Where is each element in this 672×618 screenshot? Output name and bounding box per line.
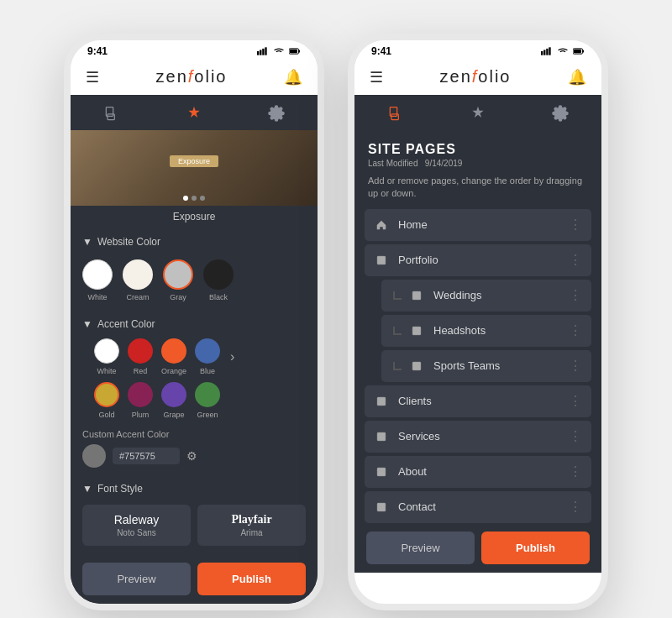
page-menu-sports[interactable]: ⋮: [569, 358, 583, 374]
font-raleway-name: Raleway: [91, 513, 182, 526]
page-menu-about[interactable]: ⋮: [569, 464, 583, 479]
accent-blue[interactable]: Blue: [195, 338, 220, 375]
tab-pages-right[interactable]: [386, 103, 406, 123]
pages-tab-icon: [387, 105, 404, 122]
accent-white[interactable]: White: [94, 338, 119, 375]
publish-button-left[interactable]: Publish: [197, 563, 306, 595]
status-icons-left: [257, 47, 301, 55]
page-menu-services[interactable]: ⋮: [569, 428, 583, 444]
page-menu-headshots[interactable]: ⋮: [569, 322, 583, 338]
app-header-left: ☰ zenfolio 🔔: [71, 60, 318, 95]
svg-rect-22: [412, 291, 420, 299]
page-row-services[interactable]: Services ⋮: [365, 421, 591, 453]
page-name-services: Services: [398, 430, 569, 443]
color-cream[interactable]: Cream: [123, 259, 153, 301]
accent-red[interactable]: Red: [128, 338, 153, 375]
accent-circle-green: [195, 382, 220, 407]
font-cards: Raleway Noto Sans Playfair Arima: [82, 505, 306, 546]
svg-rect-16: [574, 50, 581, 53]
headshots-icon: [408, 322, 425, 339]
gear-icon[interactable]: ⚙: [186, 449, 197, 463]
status-bar-right: 9:41: [354, 40, 601, 60]
hex-input[interactable]: [113, 448, 180, 464]
font-style-arrow: ▼: [82, 483, 92, 495]
page-name-weddings: Weddings: [433, 289, 569, 301]
clients-icon: [373, 393, 390, 410]
contact-icon: [373, 499, 390, 516]
accent-green[interactable]: Green: [195, 382, 220, 419]
font-raleway[interactable]: Raleway Noto Sans: [82, 505, 191, 546]
page-row-portfolio[interactable]: Portfolio ⋮: [365, 244, 591, 276]
accent-chevron[interactable]: ›: [230, 349, 234, 364]
tab-pages-left[interactable]: [102, 103, 122, 123]
color-circle-black: [203, 259, 234, 290]
color-circle-gray: [163, 259, 193, 290]
site-pages-modified: Last Modified 9/14/2019: [368, 159, 588, 168]
custom-accent-label: Custom Accent Color: [82, 429, 306, 439]
accent-grape[interactable]: Grape: [161, 382, 186, 419]
custom-color-swatch[interactable]: [82, 444, 106, 468]
page-menu-contact[interactable]: ⋮: [569, 499, 583, 515]
page-row-clients[interactable]: Clients ⋮: [365, 385, 591, 417]
font-playfair-name: Playfair: [206, 513, 297, 526]
page-menu-home[interactable]: ⋮: [569, 217, 583, 233]
wifi-icon: [273, 47, 285, 55]
accent-circle-plum: [128, 382, 153, 407]
color-black[interactable]: Black: [203, 259, 234, 301]
page-name-about: About: [398, 465, 569, 478]
font-playfair[interactable]: Playfair Arima: [197, 505, 306, 546]
tab-settings-left[interactable]: [266, 103, 286, 123]
about-icon: [373, 464, 390, 480]
page-menu-clients[interactable]: ⋮: [569, 393, 583, 409]
tab-design-right[interactable]: [468, 103, 488, 123]
color-label-white: White: [87, 293, 107, 301]
preview-button-right[interactable]: Preview: [366, 532, 475, 564]
page-row-about[interactable]: About ⋮: [365, 456, 591, 488]
tab-settings-right[interactable]: [550, 103, 570, 123]
home-icon: [373, 217, 390, 233]
accent-color-row2: Gold Plum Grape Green: [82, 379, 306, 422]
svg-rect-32: [377, 468, 385, 475]
svg-rect-11: [543, 50, 545, 55]
preview-button-left[interactable]: Preview: [82, 563, 191, 595]
bell-icon-left[interactable]: 🔔: [284, 68, 302, 86]
font-style-text: Font Style: [97, 483, 143, 495]
bell-icon-right[interactable]: 🔔: [568, 68, 586, 86]
services-icon: [373, 428, 390, 445]
battery-icon-right: [573, 47, 585, 55]
color-label-black: Black: [209, 293, 228, 301]
time-left: 9:41: [87, 45, 108, 57]
page-row-sports-teams[interactable]: Sports Teams ⋮: [381, 350, 591, 382]
page-row-headshots[interactable]: Headshots ⋮: [381, 315, 591, 347]
page-row-home[interactable]: Home ⋮: [365, 209, 591, 241]
svg-rect-34: [377, 503, 385, 511]
accent-label-grape: Grape: [163, 411, 184, 419]
svg-rect-0: [257, 51, 259, 55]
accent-circle-gold: [94, 382, 119, 407]
accent-label-green: Green: [197, 411, 218, 419]
hamburger-icon-left[interactable]: ☰: [86, 68, 99, 86]
page-name-sports-teams: Sports Teams: [433, 359, 569, 372]
accent-circle-white: [94, 338, 119, 364]
accent-plum[interactable]: Plum: [128, 382, 153, 419]
dot-3: [200, 196, 205, 201]
color-white[interactable]: White: [82, 259, 113, 301]
exposure-title: Exposure: [71, 206, 318, 228]
font-style-section: ▼ Font Style Raleway Noto Sans Playfair …: [71, 474, 318, 554]
svg-rect-2: [262, 49, 264, 55]
accent-orange[interactable]: Orange: [161, 338, 186, 375]
sports-icon: [408, 358, 425, 374]
page-row-weddings[interactable]: Weddings ⋮: [381, 280, 591, 312]
exposure-badge: Exposure: [170, 155, 218, 167]
right-phone-content: SITE PAGES Last Modified 9/14/2019 Add o…: [354, 130, 601, 573]
page-menu-weddings[interactable]: ⋮: [569, 287, 583, 303]
page-menu-portfolio[interactable]: ⋮: [569, 252, 583, 268]
tab-design-left[interactable]: [184, 103, 204, 123]
publish-button-right[interactable]: Publish: [481, 532, 590, 564]
accent-gold[interactable]: Gold: [94, 382, 119, 419]
color-gray[interactable]: Gray: [163, 259, 193, 301]
wifi-icon-right: [557, 47, 569, 55]
page-row-contact[interactable]: Contact ⋮: [365, 491, 591, 523]
hamburger-icon-right[interactable]: ☰: [370, 68, 383, 86]
svg-rect-5: [299, 50, 300, 52]
